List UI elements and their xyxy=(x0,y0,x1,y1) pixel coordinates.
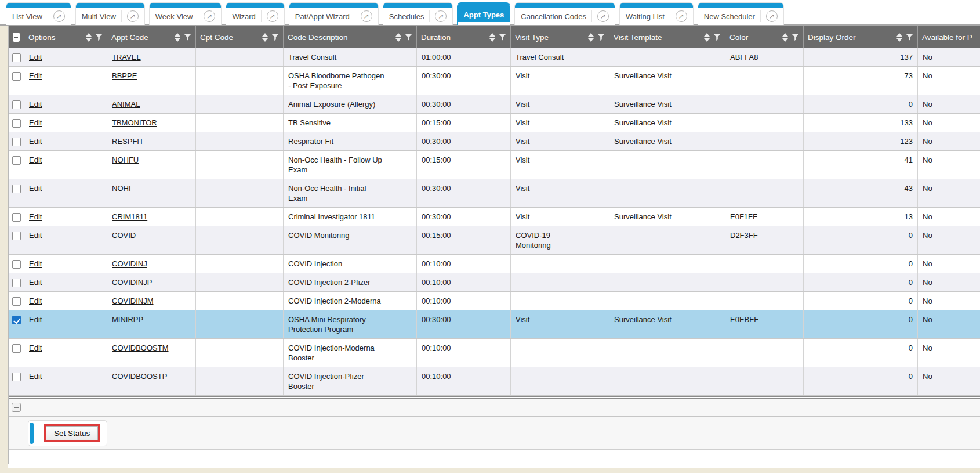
color-cell: ABFFA8 xyxy=(725,48,804,66)
row-checkbox[interactable] xyxy=(12,316,21,324)
filter-icon[interactable] xyxy=(499,34,506,41)
sort-icon[interactable] xyxy=(175,33,180,42)
appt-code-link[interactable]: COVIDINJP xyxy=(112,278,152,287)
row-checkbox[interactable] xyxy=(12,185,21,193)
sort-icon[interactable] xyxy=(588,33,594,42)
collapse-group-icon[interactable] xyxy=(12,403,21,412)
filter-icon[interactable] xyxy=(95,34,103,41)
edit-link[interactable]: Edit xyxy=(29,184,42,193)
open-in-new-window-icon[interactable]: ↗ xyxy=(676,10,687,22)
tab-schedules[interactable]: Schedules↗ xyxy=(383,2,453,25)
open-in-new-window-icon[interactable]: ↗ xyxy=(435,10,447,22)
appt-code-link[interactable]: RESPFIT xyxy=(112,137,144,146)
filter-icon[interactable] xyxy=(271,34,279,41)
open-in-new-window-icon[interactable]: ↗ xyxy=(361,10,372,22)
open-in-new-window-icon[interactable]: ↗ xyxy=(766,10,778,22)
row-checkbox[interactable] xyxy=(12,156,21,165)
column-header-color[interactable]: Color xyxy=(725,26,804,48)
appt-code-link[interactable]: NOHI xyxy=(112,184,131,193)
edit-link[interactable]: Edit xyxy=(29,212,42,221)
column-header-appt-code[interactable]: Appt Code xyxy=(107,26,196,48)
open-in-new-window-icon[interactable]: ↗ xyxy=(204,10,215,22)
filter-icon[interactable] xyxy=(792,34,799,41)
sort-icon[interactable] xyxy=(86,33,92,42)
edit-link[interactable]: Edit xyxy=(29,118,42,127)
open-in-new-window-icon[interactable]: ↗ xyxy=(127,10,139,22)
column-header-duration[interactable]: Duration xyxy=(417,26,511,48)
duration-cell: 00:30:00 xyxy=(417,208,511,226)
sort-icon[interactable] xyxy=(489,33,495,42)
tab-list-view[interactable]: List View↗ xyxy=(6,2,71,25)
sort-icon[interactable] xyxy=(704,33,710,42)
row-checkbox[interactable] xyxy=(12,213,21,222)
appt-code-link[interactable]: ANIMAL xyxy=(112,100,140,109)
row-checkbox[interactable] xyxy=(12,138,21,146)
column-header-code-description[interactable]: Code Description xyxy=(284,26,417,48)
open-in-new-window-icon[interactable]: ↗ xyxy=(597,10,609,22)
edit-link[interactable]: Edit xyxy=(29,100,42,109)
edit-link[interactable]: Edit xyxy=(29,259,42,268)
sort-icon[interactable] xyxy=(896,33,902,42)
tab-appt-types[interactable]: Appt Types xyxy=(457,2,510,25)
edit-link[interactable]: Edit xyxy=(29,344,42,352)
set-status-button[interactable]: Set Status xyxy=(46,426,98,440)
tab-week-view[interactable]: Week View↗ xyxy=(149,2,222,25)
column-header-available-for-p[interactable]: Available for P xyxy=(918,26,980,48)
row-checkbox[interactable] xyxy=(12,297,21,306)
row-checkbox[interactable] xyxy=(12,344,21,353)
row-checkbox[interactable] xyxy=(12,260,21,269)
row-checkbox[interactable] xyxy=(12,119,21,128)
row-checkbox[interactable] xyxy=(12,279,21,287)
appt-code-link[interactable]: CRIM1811 xyxy=(112,212,147,221)
sort-icon[interactable] xyxy=(395,33,401,42)
tab-pat-appt-wizard[interactable]: Pat/Appt Wizard↗ xyxy=(289,2,379,25)
column-header-cpt-code[interactable]: Cpt Code xyxy=(196,26,284,48)
cpt-code-cell xyxy=(196,151,284,179)
tab-waiting-list[interactable]: Waiting List↗ xyxy=(619,2,694,25)
edit-link[interactable]: Edit xyxy=(29,297,42,305)
edit-link[interactable]: Edit xyxy=(29,372,42,381)
appt-code-link[interactable]: COVID xyxy=(112,231,136,240)
appt-code-link[interactable]: MINIRPP xyxy=(112,315,143,324)
edit-link[interactable]: Edit xyxy=(29,278,42,287)
filter-icon[interactable] xyxy=(906,34,913,41)
tab-wizard[interactable]: Wizard↗ xyxy=(226,2,284,25)
appt-code-link[interactable]: COVIDINJM xyxy=(112,297,154,305)
appt-code-link[interactable]: COVIDBOOSTP xyxy=(112,372,167,381)
edit-link[interactable]: Edit xyxy=(29,137,42,146)
appt-code-link[interactable]: COVIDBOOSTM xyxy=(112,344,169,352)
filter-icon[interactable] xyxy=(597,34,605,41)
appt-code-link[interactable]: COVIDINJ xyxy=(112,259,147,268)
appt-code-link[interactable]: NOHFU xyxy=(112,156,139,164)
row-checkbox[interactable] xyxy=(12,373,21,381)
row-checkbox[interactable] xyxy=(12,100,21,109)
column-header-display-order[interactable]: Display Order xyxy=(804,26,918,48)
row-checkbox[interactable] xyxy=(12,53,21,62)
edit-link[interactable]: Edit xyxy=(29,156,42,164)
tab-cancellation-codes[interactable]: Cancellation Codes↗ xyxy=(514,2,615,25)
cpt-code-cell xyxy=(196,255,284,273)
open-in-new-window-icon[interactable]: ↗ xyxy=(53,10,65,22)
appt-code-link[interactable]: BBPPE xyxy=(112,71,137,80)
select-all-checkbox[interactable] xyxy=(13,33,20,42)
table-row-nohfu: EditNOHFUNon-Occ Health - Follow Up Exam… xyxy=(9,151,980,179)
appt-code-link[interactable]: TBMONITOR xyxy=(112,118,157,127)
edit-link[interactable]: Edit xyxy=(29,53,42,62)
row-checkbox[interactable] xyxy=(12,232,21,240)
sort-icon[interactable] xyxy=(782,33,788,42)
column-header-options[interactable]: Options xyxy=(24,26,107,48)
open-in-new-window-icon[interactable]: ↗ xyxy=(267,10,278,22)
column-header-visit-template[interactable]: Visit Template xyxy=(609,26,725,48)
row-checkbox[interactable] xyxy=(12,72,21,81)
filter-icon[interactable] xyxy=(713,34,721,41)
edit-link[interactable]: Edit xyxy=(29,71,42,80)
column-header-visit-type[interactable]: Visit Type xyxy=(511,26,609,48)
filter-icon[interactable] xyxy=(405,34,412,41)
appt-code-link[interactable]: TRAVEL xyxy=(112,53,141,62)
edit-link[interactable]: Edit xyxy=(29,231,42,240)
tab-new-scheduler[interactable]: New Scheduler↗ xyxy=(698,2,784,25)
edit-link[interactable]: Edit xyxy=(29,315,42,324)
sort-icon[interactable] xyxy=(262,33,268,42)
filter-icon[interactable] xyxy=(184,34,191,41)
tab-multi-view[interactable]: Multi View↗ xyxy=(75,2,145,25)
